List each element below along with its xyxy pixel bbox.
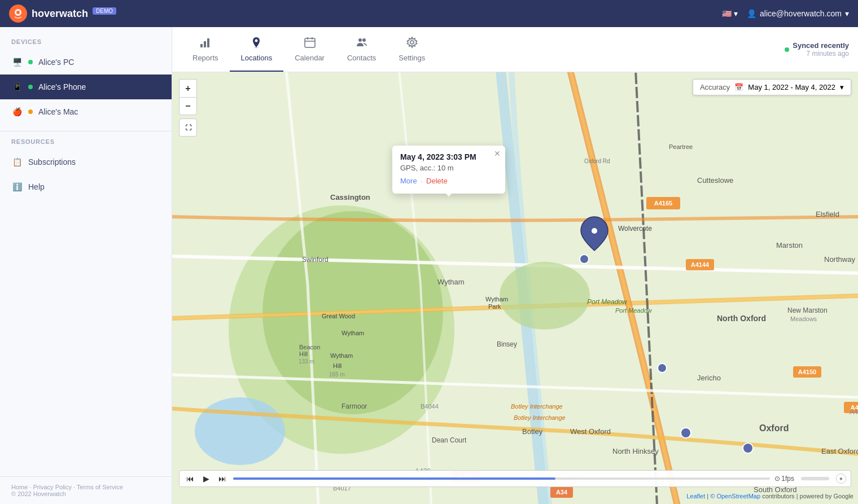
status-dot-orange <box>28 109 33 114</box>
tab-reports-label: Reports <box>192 54 218 62</box>
osm-link[interactable]: © OpenStreetMap <box>710 493 760 499</box>
playback-progress-fill <box>233 477 555 480</box>
zoom-out-button[interactable]: − <box>179 97 197 115</box>
language-selector[interactable]: 🇺🇸 ▾ <box>722 9 738 18</box>
pc-icon: 🖥️ <box>11 56 23 68</box>
sync-dot <box>785 47 789 52</box>
sidebar-item-subscriptions[interactable]: 📋 Subscriptions <box>0 150 172 174</box>
playback-play-button[interactable]: ▶ <box>201 473 212 484</box>
fullscreen-button[interactable]: ⛶ <box>179 119 197 137</box>
terms-link[interactable]: Terms of Service <box>77 484 123 490</box>
svg-text:Beacon: Beacon <box>299 344 320 350</box>
status-dot-green <box>28 60 33 64</box>
svg-text:East Oxford: East Oxford <box>821 447 858 455</box>
svg-point-18 <box>500 262 590 330</box>
svg-text:Botley Interchange: Botley Interchange <box>511 403 563 410</box>
svg-text:Dean Court: Dean Court <box>432 436 467 444</box>
copyright: © 2022 Hoverwatch <box>11 490 160 497</box>
leaflet-link[interactable]: Leaflet <box>686 493 705 499</box>
main-layout: DEVICES 🖥️ Alice's PC 📱 Alice's Phone 🍎 … <box>0 27 858 504</box>
sidebar-item-alices-phone[interactable]: 📱 Alice's Phone <box>0 74 172 99</box>
svg-text:Park: Park <box>488 303 501 310</box>
svg-text:A4144: A4144 <box>691 261 710 268</box>
resources-section-label: RESOURCES <box>0 138 172 150</box>
popup-close-button[interactable]: ✕ <box>494 149 501 158</box>
svg-rect-4 <box>207 38 209 47</box>
svg-rect-7 <box>305 38 315 47</box>
tab-contacts[interactable]: Contacts <box>336 27 387 72</box>
home-link[interactable]: Home <box>11 484 28 490</box>
svg-text:North Oxford: North Oxford <box>717 314 766 323</box>
playback-bar: ⏮ ▶ ⏭ ⊙ 1fps + <box>179 470 851 487</box>
svg-text:A4165: A4165 <box>654 200 672 207</box>
locations-icon <box>250 36 262 51</box>
svg-text:Port Meadow: Port Meadow <box>615 307 653 314</box>
device-name-alices-phone: Alice's Phone <box>38 82 86 91</box>
tabbar: Reports Locations Calendar Contacts <box>172 27 858 72</box>
popup-delete-link[interactable]: Delete <box>426 177 448 187</box>
playback-forward-button[interactable]: ⏭ <box>216 473 229 484</box>
date-range-picker[interactable]: Accuracy 📅 May 1, 2022 - May 4, 2022 ▾ <box>693 79 851 95</box>
sidebar-item-alices-mac[interactable]: 🍎 Alice's Mac <box>0 99 172 124</box>
tab-settings[interactable]: Settings <box>387 27 436 72</box>
svg-text:Cutteslowe: Cutteslowe <box>697 176 733 185</box>
tab-locations-label: Locations <box>241 54 273 62</box>
svg-text:Wytham: Wytham <box>342 330 364 336</box>
content: Reports Locations Calendar Contacts <box>172 27 858 504</box>
svg-text:A420: A420 <box>850 408 858 416</box>
device-name-alices-mac: Alice's Mac <box>38 107 78 116</box>
svg-text:Wytham: Wytham <box>485 296 508 303</box>
tab-calendar-label: Calendar <box>295 54 325 62</box>
brand-name: hoverwatch <box>32 8 88 20</box>
chevron-down-icon: ▾ <box>840 83 844 91</box>
svg-point-1 <box>16 11 20 14</box>
privacy-link[interactable]: Privacy Policy <box>33 484 72 490</box>
devices-section-label: DEVICES <box>0 38 172 50</box>
fps-slider[interactable] <box>801 477 829 480</box>
svg-point-83 <box>592 228 597 234</box>
svg-rect-3 <box>204 41 206 47</box>
logo: hoverwatch DEMO <box>9 5 116 23</box>
subscriptions-label: Subscriptions <box>28 157 76 166</box>
map-controls: + − ⛶ <box>179 79 197 137</box>
svg-point-82 <box>743 443 753 453</box>
phone-icon: 📱 <box>11 81 23 93</box>
tab-contacts-label: Contacts <box>347 54 376 62</box>
svg-point-11 <box>358 38 362 42</box>
playback-speed-up-button[interactable]: + <box>836 474 846 484</box>
tab-reports[interactable]: Reports <box>181 27 230 72</box>
playback-progress[interactable] <box>233 477 770 480</box>
zoom-in-button[interactable]: + <box>179 79 197 97</box>
svg-text:Binsey: Binsey <box>497 340 517 348</box>
playback-rewind-button[interactable]: ⏮ <box>184 473 196 484</box>
svg-text:Marston: Marston <box>776 241 803 249</box>
logo-icon <box>9 5 27 23</box>
svg-text:Hill: Hill <box>333 362 342 369</box>
sidebar-item-help[interactable]: ℹ️ Help <box>0 174 172 199</box>
svg-point-79 <box>580 255 589 264</box>
svg-text:Hill: Hill <box>299 350 308 357</box>
svg-text:Wolvercote: Wolvercote <box>618 225 652 233</box>
topbar: hoverwatch DEMO 🇺🇸 ▾ 👤 alice@hoverwatch.… <box>0 0 858 27</box>
sidebar-item-alices-pc[interactable]: 🖥️ Alice's PC <box>0 50 172 74</box>
tab-locations[interactable]: Locations <box>230 27 284 72</box>
svg-text:Botley: Botley <box>522 427 543 436</box>
accuracy-label: Accuracy <box>700 83 730 91</box>
sync-status: Synced recently 7 minutes ago <box>785 41 849 58</box>
svg-text:A34: A34 <box>556 489 568 496</box>
sync-label: Synced recently <box>793 41 849 50</box>
settings-icon <box>406 36 418 51</box>
demo-badge: DEMO <box>93 7 116 15</box>
map-background: A4165 A4144 A4150 A420 Cassington Swinfo… <box>172 72 858 504</box>
location-popup: ✕ May 4, 2022 3:03 PM GPS, acc.: 10 m Mo… <box>392 146 505 194</box>
user-account[interactable]: 👤 alice@hoverwatch.com ▾ <box>747 9 849 18</box>
svg-rect-2 <box>200 44 203 47</box>
svg-text:A4150: A4150 <box>798 369 816 375</box>
popup-more-link[interactable]: More <box>400 177 417 187</box>
svg-text:Wytham: Wytham <box>437 278 465 286</box>
powered-by-text: powered by Google <box>800 493 853 499</box>
svg-point-17 <box>195 397 285 465</box>
svg-text:133 m: 133 m <box>299 358 314 365</box>
sidebar-footer: Home · Privacy Policy · Terms of Service… <box>0 476 172 504</box>
tab-calendar[interactable]: Calendar <box>283 27 336 72</box>
